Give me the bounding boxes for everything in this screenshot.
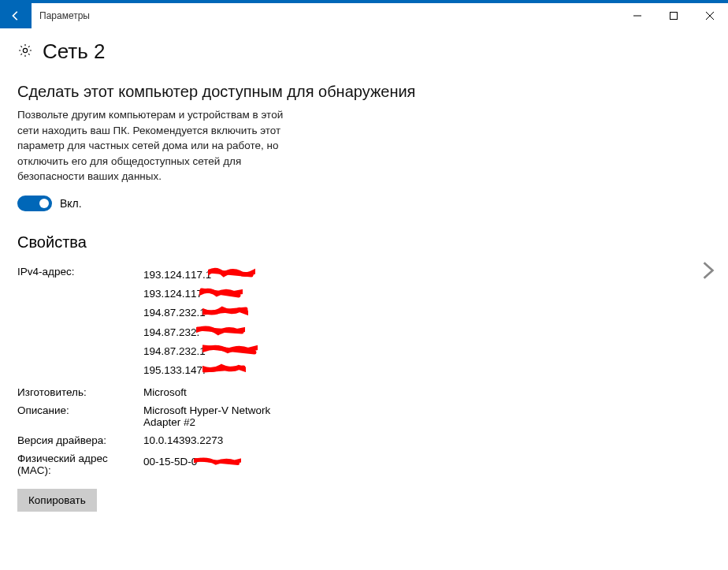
ip-partial: 194.87.232.	[143, 326, 199, 338]
maximize-button[interactable]	[656, 3, 692, 28]
window-title: Параметры	[39, 10, 90, 21]
chevron-right-icon	[698, 260, 719, 281]
properties-table: IPv4-адрес: 193.124.117.1 193.124.117 19…	[17, 263, 309, 480]
prop-label-manufacturer: Изготовитель:	[17, 383, 143, 401]
ip-partial: 193.124.117.1	[143, 269, 211, 281]
close-icon	[706, 12, 714, 20]
title-bar: Параметры	[0, 3, 728, 28]
discoverable-heading: Сделать этот компьютер доступным для обн…	[17, 83, 711, 101]
ip-partial: 194.87.232.1	[143, 345, 206, 357]
back-button[interactable]	[0, 3, 32, 28]
prop-value-description: Microsoft Hyper-V Network Adapter #2	[143, 401, 309, 431]
redaction-mark	[208, 266, 255, 285]
next-arrow-button[interactable]	[698, 260, 719, 284]
toggle-state-label: Вкл.	[60, 197, 82, 210]
prop-value-manufacturer: Microsoft	[143, 383, 309, 401]
toggle-knob	[39, 199, 49, 208]
discoverable-toggle[interactable]	[17, 196, 52, 211]
redaction-mark	[202, 362, 246, 381]
svg-rect-1	[670, 13, 678, 20]
maximize-icon	[670, 12, 678, 20]
svg-point-4	[23, 48, 27, 52]
close-button[interactable]	[692, 3, 728, 28]
discoverable-description: Позвольте другим компьютерам и устройств…	[17, 107, 301, 184]
prop-label-description: Описание:	[17, 401, 143, 431]
arrow-left-icon	[10, 10, 21, 21]
gear-icon	[17, 43, 33, 61]
page-title: Сеть 2	[43, 39, 106, 64]
ip-partial: 194.87.232.1	[143, 307, 206, 319]
redaction-mark	[202, 304, 248, 323]
mac-partial: 00-15-5D-0	[143, 456, 197, 468]
prop-value-mac: 00-15-5D-0	[143, 449, 309, 479]
prop-label-mac: Физический адрес (MAC):	[17, 449, 143, 479]
properties-heading: Свойства	[17, 233, 711, 251]
redaction-mark	[202, 342, 258, 361]
redaction-mark	[196, 323, 245, 342]
ip-partial: 195.133.147.	[143, 364, 206, 376]
ip-partial: 193.124.117	[143, 288, 202, 300]
minimize-button[interactable]	[619, 3, 656, 28]
copy-button[interactable]: Копировать	[17, 489, 97, 512]
redaction-mark	[199, 285, 243, 304]
prop-label-driver: Версия драйвера:	[17, 431, 143, 449]
redaction-mark	[194, 453, 241, 472]
prop-value-driver: 10.0.14393.2273	[143, 431, 309, 449]
minimize-icon	[633, 12, 641, 20]
prop-value-ipv4: 193.124.117.1 193.124.117 194.87.232.1 1…	[143, 263, 309, 384]
prop-label-ipv4: IPv4-адрес:	[17, 263, 143, 384]
